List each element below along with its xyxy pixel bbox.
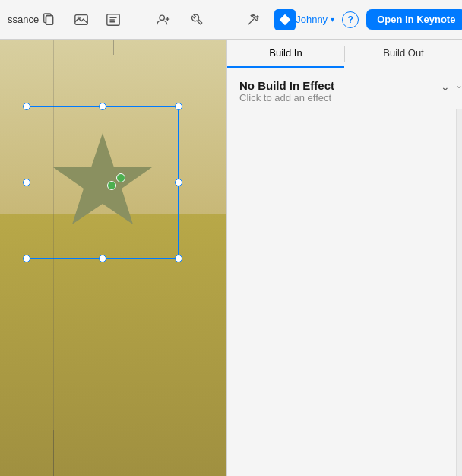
right-panel: Build In Build Out ⌄ No Build In Effect …	[226, 40, 462, 476]
text-icon[interactable]	[103, 9, 124, 30]
star-shape	[42, 122, 163, 243]
bottom-guide	[53, 430, 54, 476]
svg-point-6	[160, 15, 164, 20]
top-bar: ssance	[0, 0, 462, 40]
vertical-guide	[53, 40, 54, 476]
chevron-down-icon[interactable]: ⌄	[441, 81, 450, 93]
content-area: Build In Build Out ⌄ No Build In Effect …	[0, 40, 462, 476]
no-build-info: No Build In Effect Click to add an effec…	[239, 79, 334, 103]
svg-rect-1	[46, 15, 53, 24]
no-build-subtitle: Click to add an effect	[239, 92, 334, 103]
user-menu-button[interactable]: Johnny ▾	[296, 14, 334, 25]
handle-bottom-right[interactable]	[175, 255, 182, 262]
panel-scroll-indicator: ⌄	[456, 78, 462, 93]
no-build-title: No Build In Effect	[239, 79, 334, 92]
image-icon[interactable]	[71, 9, 92, 30]
svg-marker-9	[280, 14, 291, 25]
toolbar-icons	[39, 9, 296, 30]
user-name: Johnny	[296, 14, 328, 25]
help-button[interactable]: ?	[342, 11, 359, 28]
animation-handle-1[interactable]	[107, 181, 116, 190]
add-contact-icon[interactable]	[153, 9, 174, 30]
canvas-area[interactable]	[0, 40, 226, 476]
animation-handle-2[interactable]	[116, 173, 125, 182]
handle-top-left[interactable]	[23, 103, 30, 110]
no-build-row: No Build In Effect Click to add an effec…	[239, 79, 450, 103]
build-icon[interactable]	[242, 9, 264, 30]
tab-build-in[interactable]: Build In	[227, 40, 344, 68]
svg-marker-10	[53, 133, 152, 224]
pages-icon[interactable]	[39, 9, 60, 30]
app-title: ssance	[8, 14, 39, 25]
handle-middle-right[interactable]	[175, 179, 182, 186]
handle-bottom-center[interactable]	[99, 255, 106, 262]
open-keynote-button[interactable]: Open in Keynote	[366, 9, 462, 30]
panel-scrollbar[interactable]	[456, 109, 462, 476]
right-controls: Johnny ▾ ? Open in Keynote	[296, 9, 462, 30]
handle-bottom-left[interactable]	[23, 255, 30, 262]
handle-top-center[interactable]	[99, 103, 106, 110]
handle-top-right[interactable]	[175, 103, 182, 110]
tabs-bar: Build In Build Out ⌄	[227, 40, 462, 68]
panel-build-in-content: No Build In Effect Click to add an effec…	[227, 68, 462, 476]
selected-object-container[interactable]	[27, 106, 179, 259]
chevron-down-icon: ▾	[331, 15, 334, 24]
top-guide-line	[113, 40, 114, 55]
tab-build-out[interactable]: Build Out	[345, 40, 462, 68]
animate-icon[interactable]	[274, 9, 296, 30]
wrench-icon[interactable]	[185, 9, 206, 30]
handle-middle-left[interactable]	[23, 179, 30, 186]
